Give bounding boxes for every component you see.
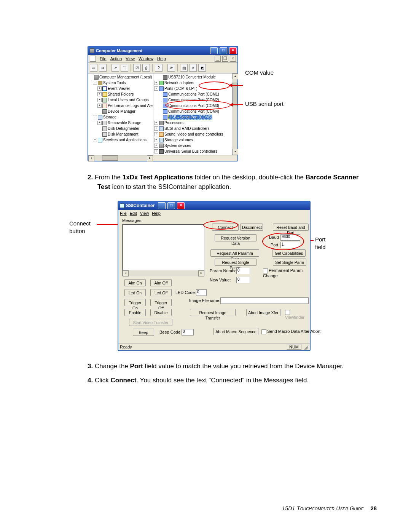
aim-off-button[interactable]: Aim Off xyxy=(150,279,172,286)
pc-icon[interactable]: ▤ xyxy=(180,64,188,72)
request-all-params-button[interactable]: Request All Paramm Data xyxy=(210,249,259,257)
refresh-icon[interactable]: ⟳ xyxy=(167,64,175,72)
messages-box[interactable]: ◂ ▸ xyxy=(122,224,205,276)
tree-item[interactable]: +Services and Applications xyxy=(88,137,153,143)
menu-window[interactable]: Window xyxy=(139,56,153,61)
beep-code-input[interactable]: 0 xyxy=(182,329,194,335)
menu-help[interactable]: Help xyxy=(157,56,166,61)
help-icon[interactable]: ? xyxy=(155,64,162,72)
led-off-button[interactable]: Led Off xyxy=(150,289,172,296)
properties-icon[interactable]: ☑ xyxy=(133,64,141,72)
annotation-usb-port: USB serial port xyxy=(245,101,284,107)
mdi-close[interactable]: × xyxy=(230,56,236,62)
tree-item[interactable]: +Network adapters xyxy=(153,80,237,86)
tree-left-pane[interactable]: Computer Management (Local)-System Tools… xyxy=(88,73,153,155)
print-icon[interactable]: ⎙ xyxy=(142,64,150,72)
new-value-input[interactable]: 0 xyxy=(236,277,250,283)
reset-button[interactable]: Reset Baud and Port xyxy=(273,224,309,231)
menu-view[interactable]: View xyxy=(126,56,135,61)
maximize-button[interactable]: □ xyxy=(220,47,227,54)
menu-file[interactable]: File xyxy=(100,56,107,61)
beep-button[interactable]: Beep xyxy=(133,329,154,336)
send-macro-checkbox[interactable]: Send Macro Data After Abort xyxy=(261,329,320,334)
param-number-input[interactable]: 0 xyxy=(236,268,250,274)
tree-item[interactable]: +Processors xyxy=(153,120,237,126)
scan-icon[interactable]: ☀ xyxy=(189,64,197,72)
tree-item[interactable]: +Event Viewer xyxy=(88,86,153,91)
tree-item[interactable]: +Performance Logs and Alerts xyxy=(88,103,153,109)
mdi-minimize[interactable]: _ xyxy=(215,56,221,62)
fwd-icon[interactable]: ⇒ xyxy=(99,64,107,72)
tree-item[interactable]: Communications Port (COM2) xyxy=(153,97,237,103)
menu-action[interactable]: Action xyxy=(110,56,122,61)
request-image-button[interactable]: Request Image Transfer xyxy=(190,309,236,316)
request-version-button[interactable]: Request Version Data xyxy=(215,234,256,241)
left-scrollbar[interactable]: ◂ ▸ xyxy=(88,155,153,161)
abort-macro-button[interactable]: Abort Macro Sequence xyxy=(213,328,258,335)
view-icon[interactable]: ◩ xyxy=(198,64,206,72)
up-icon[interactable]: ⬏ xyxy=(112,64,119,72)
permanent-param-checkbox[interactable]: Permanent Param Change xyxy=(263,268,307,278)
led-on-button[interactable]: Led On xyxy=(124,289,146,296)
tree-item[interactable]: Communications Port (COM3) xyxy=(153,103,237,109)
mdi-restore[interactable]: ❐ xyxy=(222,56,228,62)
tree-item[interactable]: +Local Users and Groups xyxy=(88,97,153,103)
annotation-com-value: COM value xyxy=(245,69,274,76)
trigger-on-button[interactable]: Trigger On xyxy=(124,299,146,306)
tree-item[interactable]: +System devices xyxy=(153,143,237,149)
ssi-menu-help[interactable]: Help xyxy=(152,211,161,216)
resize-grip-icon[interactable] xyxy=(303,344,308,350)
image-filename-input[interactable] xyxy=(220,297,309,304)
tree-item[interactable]: Disk Defragmenter xyxy=(88,126,153,131)
msg-scroll-right[interactable]: ▸ xyxy=(198,270,204,276)
tree-item[interactable]: +Sound, video and game controllers xyxy=(153,131,237,137)
trigger-off-button[interactable]: Trigger Off xyxy=(150,299,172,306)
tree-right-pane[interactable]: USB7210 Converter Module+Network adapter… xyxy=(153,73,237,155)
msg-scroll-left[interactable]: ◂ xyxy=(123,270,129,276)
ssi-menu-edit[interactable]: Edit xyxy=(130,211,137,216)
scrollbar-thumb[interactable] xyxy=(232,83,237,106)
usb-port-arrow xyxy=(230,104,243,105)
tree-item[interactable]: +Universal Serial Bus controllers xyxy=(153,149,237,154)
tree-item[interactable]: +SCSI and RAID controllers xyxy=(153,126,237,131)
minimize-button[interactable]: _ xyxy=(210,47,218,54)
list-icon[interactable]: ☰ xyxy=(121,64,128,72)
tree-item[interactable]: Disk Management xyxy=(88,131,153,137)
scroll-down-button[interactable]: ▾ xyxy=(232,149,238,155)
ssi-close[interactable]: × xyxy=(177,202,185,209)
connect-button[interactable]: Connect xyxy=(212,224,239,231)
tree-item[interactable]: USB - Serial Port (COM5) xyxy=(153,114,237,120)
titlebar[interactable]: Computer Management _ □ × xyxy=(88,46,237,55)
set-single-param-button[interactable]: Set Single Parm xyxy=(273,259,306,266)
close-button[interactable]: × xyxy=(229,47,237,54)
status-bar: Ready NUM xyxy=(118,343,310,350)
tree-item[interactable]: Computer Management (Local) xyxy=(88,74,153,80)
abort-image-button[interactable]: Abort Image Xfer xyxy=(246,309,280,316)
tree-item[interactable]: +Shared Folders xyxy=(88,91,153,97)
tree-item[interactable]: +Removable Storage xyxy=(88,120,153,126)
back-icon[interactable]: ⇐ xyxy=(90,64,97,72)
ssi-menu-file[interactable]: File xyxy=(120,211,127,216)
aim-on-button[interactable]: Aim On xyxy=(124,279,146,286)
disconnect-button[interactable]: Disconnect xyxy=(240,224,263,231)
ssi-menu-view[interactable]: View xyxy=(140,211,149,216)
led-code-input[interactable]: 0 xyxy=(196,289,207,296)
tree-item[interactable]: +Storage volumes xyxy=(153,137,237,143)
tree-item[interactable]: -System Tools xyxy=(88,80,153,86)
tree-item[interactable]: USB7210 Converter Module xyxy=(153,74,237,80)
tree-item[interactable]: Device Manager xyxy=(88,109,153,114)
ssi-minimize[interactable]: _ xyxy=(158,202,166,209)
enable-button[interactable]: Enable xyxy=(124,309,146,316)
port-input[interactable]: 1 xyxy=(280,242,300,248)
ssi-titlebar[interactable]: SSIContainer _ □ × xyxy=(118,201,310,210)
request-single-param-button[interactable]: Request Single Param xyxy=(215,259,256,266)
tree-item[interactable]: -Ports (COM & LPT) xyxy=(153,86,237,91)
disable-button[interactable]: Disable xyxy=(150,309,172,316)
status-num: NUM xyxy=(287,344,301,350)
tree-item[interactable]: Communications Port (COM4) xyxy=(153,109,237,114)
tree-item[interactable]: Communications Port (COM1) xyxy=(153,91,237,97)
baud-input[interactable]: 9600 xyxy=(280,234,300,241)
tree-item[interactable]: -Storage xyxy=(88,114,153,120)
ssi-maximize[interactable]: □ xyxy=(167,202,175,209)
get-capabilities-button[interactable]: Get Capabilities xyxy=(272,249,306,257)
